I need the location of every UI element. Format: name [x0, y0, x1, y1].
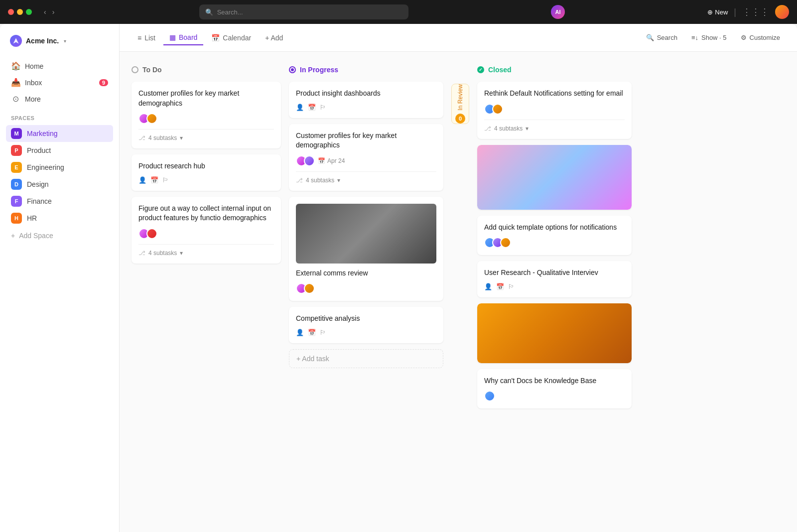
- tab-add[interactable]: + Add: [259, 30, 289, 45]
- search-bar[interactable]: 🔍 Search...: [199, 4, 408, 19]
- filter-icon: ≡↓: [691, 34, 698, 41]
- product-label: Product: [27, 146, 51, 154]
- toolbar-show[interactable]: ≡↓ Show · 5: [686, 31, 732, 44]
- flag-icon[interactable]: 🏳: [508, 283, 515, 290]
- finance-label: Finance: [27, 197, 52, 205]
- card-avatars: [484, 104, 623, 115]
- assignee-icon[interactable]: 👤: [138, 176, 146, 184]
- column-todo: To Do Customer profiles for key market d…: [132, 64, 281, 264]
- home-label: Home: [25, 62, 43, 70]
- sidebar-item-product[interactable]: P Product: [6, 142, 113, 159]
- inbox-icon: 📥: [11, 78, 20, 87]
- card-todo-3[interactable]: Figure out a way to collect internal inp…: [132, 197, 281, 264]
- grid-icon[interactable]: ⋮⋮⋮: [742, 6, 769, 17]
- assignee-icon[interactable]: 👤: [484, 283, 492, 290]
- todo-status-icon: [132, 66, 138, 73]
- card-title: User Research - Qualitative Interviev: [484, 268, 625, 278]
- tab-board[interactable]: ▦ Board: [163, 30, 203, 45]
- subtasks-row[interactable]: ⎇ 4 subtasks ▾: [138, 244, 274, 257]
- assignee-icon[interactable]: 👤: [296, 104, 304, 111]
- date-icon[interactable]: 📅: [308, 329, 316, 336]
- date-icon[interactable]: 📅: [496, 283, 504, 290]
- date-text: Apr 24: [327, 157, 345, 164]
- avatar: [500, 237, 511, 248]
- in-review-strip[interactable]: In Review 0: [451, 84, 469, 124]
- new-button[interactable]: ⊕ New: [707, 8, 728, 16]
- card-cl-5[interactable]: [477, 303, 632, 363]
- card-ip-1[interactable]: Product insight dashboards 👤 📅 🏳: [289, 82, 443, 118]
- card-image: [296, 204, 436, 264]
- card-ip-3[interactable]: External comms review: [289, 197, 443, 301]
- card-meta: 👤 📅 🏳: [296, 329, 436, 336]
- card-title: Rethink Default Notifications setting fo…: [484, 89, 625, 99]
- design-label: Design: [27, 180, 49, 188]
- flag-icon[interactable]: 🏳: [162, 176, 169, 184]
- workspace-header[interactable]: Acme Inc. ▾: [6, 32, 113, 50]
- marketing-label: Marketing: [27, 130, 57, 137]
- assignee-icon[interactable]: 👤: [296, 329, 304, 336]
- sidebar-item-finance[interactable]: F Finance: [6, 193, 113, 210]
- subtasks-row[interactable]: ⎇ 4 subtasks ▾: [296, 171, 436, 184]
- expand-icon: ▾: [337, 177, 340, 184]
- engineering-label: Engineering: [27, 163, 64, 171]
- card-title: Customer profiles for key market demogra…: [296, 131, 436, 150]
- nav-forward[interactable]: ›: [50, 7, 57, 17]
- date-icon[interactable]: 📅: [308, 104, 316, 111]
- sidebar-item-design[interactable]: D Design: [6, 176, 113, 193]
- toolbar-right: 🔍 Search ≡↓ Show · 5 ⚙ Customize: [641, 31, 785, 44]
- add-task-label: + Add task: [296, 355, 329, 363]
- card-ip-2[interactable]: Customer profiles for key market demogra…: [289, 124, 443, 191]
- subtasks-row[interactable]: ⎇ 4 subtasks ▾: [484, 120, 625, 132]
- sidebar-item-home[interactable]: 🏠 Home: [6, 58, 113, 74]
- sidebar: Acme Inc. ▾ 🏠 Home 📥 Inbox 9 ⊙ More Spac…: [0, 24, 120, 532]
- card-cl-2[interactable]: [477, 145, 632, 210]
- traffic-light-red[interactable]: [8, 9, 14, 15]
- card-ip-4[interactable]: Competitive analysis 👤 📅 🏳: [289, 307, 443, 343]
- traffic-light-yellow[interactable]: [17, 9, 23, 15]
- card-avatars: [484, 237, 623, 248]
- card-todo-2[interactable]: Product research hub 👤 📅 🏳: [132, 154, 281, 191]
- finance-dot: F: [11, 196, 22, 207]
- board-icon: ▦: [169, 33, 176, 41]
- flag-icon[interactable]: 🏳: [320, 104, 326, 111]
- logo-icon: [12, 37, 19, 44]
- toolbar-search[interactable]: 🔍 Search: [641, 31, 682, 44]
- card-cl-1[interactable]: Rethink Default Notifications setting fo…: [477, 82, 632, 139]
- sidebar-item-inbox[interactable]: 📥 Inbox 9: [6, 74, 113, 91]
- card-todo-1[interactable]: Customer profiles for key market demogra…: [132, 82, 281, 148]
- sidebar-item-engineering[interactable]: E Engineering: [6, 159, 113, 176]
- card-cl-6[interactable]: Why can't Docs be Knowledge Base: [477, 369, 632, 409]
- subtasks-count: 4 subtasks: [148, 250, 177, 257]
- gold-image: [477, 303, 632, 363]
- design-dot: D: [11, 179, 22, 190]
- traffic-light-green[interactable]: [26, 9, 32, 15]
- expand-icon: ▾: [526, 125, 529, 132]
- toolbar-customize[interactable]: ⚙ Customize: [736, 31, 785, 44]
- ai-button[interactable]: AI: [551, 5, 565, 19]
- gray-image: [296, 204, 436, 264]
- user-avatar[interactable]: [775, 5, 789, 19]
- column-title-inprogress: In Progress: [300, 66, 338, 74]
- column-title-todo: To Do: [142, 66, 162, 74]
- workspace-logo: [10, 35, 22, 47]
- tab-list[interactable]: ≡ List: [132, 30, 161, 45]
- app-container: Acme Inc. ▾ 🏠 Home 📥 Inbox 9 ⊙ More Spac…: [0, 24, 797, 532]
- hr-label: HR: [27, 214, 37, 222]
- sidebar-item-hr[interactable]: H HR: [6, 210, 113, 227]
- avatar: [492, 104, 503, 115]
- card-avatars: [296, 283, 434, 294]
- toolbar: ≡ List ▦ Board 📅 Calendar + Add 🔍: [120, 24, 797, 52]
- card-cl-4[interactable]: User Research - Qualitative Interviev 👤 …: [477, 261, 632, 297]
- add-space-button[interactable]: + Add Space: [6, 229, 113, 243]
- column-closed: ✓ Closed Rethink Default Notifications s…: [477, 64, 632, 408]
- date-icon[interactable]: 📅: [150, 176, 158, 184]
- flag-icon[interactable]: 🏳: [320, 329, 326, 336]
- divider: |: [734, 7, 736, 17]
- card-cl-3[interactable]: Add quick template options for notificat…: [477, 216, 632, 256]
- nav-back[interactable]: ‹: [42, 7, 48, 17]
- add-task-button[interactable]: + Add task: [289, 349, 443, 368]
- sidebar-item-marketing[interactable]: M Marketing: [6, 125, 113, 142]
- subtasks-row[interactable]: ⎇ 4 subtasks ▾: [138, 129, 274, 141]
- tab-calendar[interactable]: 📅 Calendar: [205, 30, 257, 45]
- sidebar-item-more[interactable]: ⊙ More: [6, 91, 113, 107]
